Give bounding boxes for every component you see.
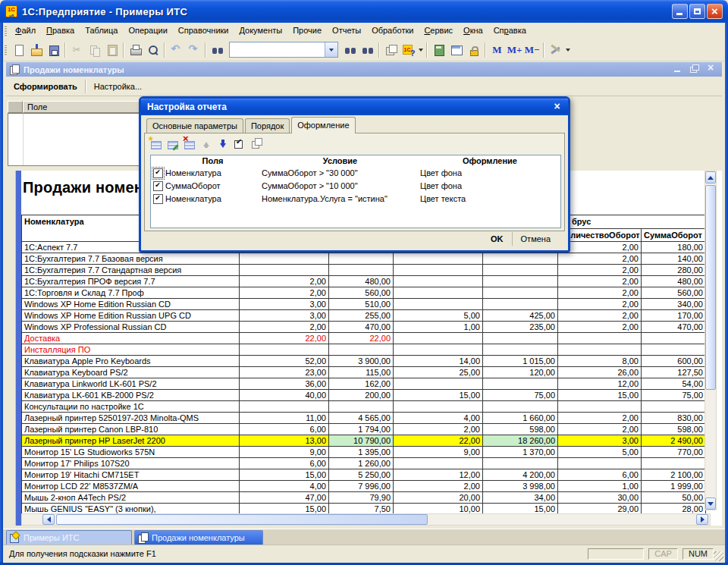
minimize-button[interactable] [672, 4, 688, 19]
paste-button[interactable] [103, 42, 121, 58]
cell-value[interactable]: 11,00 [240, 413, 329, 424]
cell-value[interactable] [558, 344, 642, 356]
table-row[interactable]: Доставка22,0022,00 [22, 333, 706, 344]
grid-cell-checkbox[interactable]: ✔ [151, 192, 165, 205]
help-1c-button[interactable] [400, 42, 417, 58]
cell-value[interactable]: 170,00 [642, 310, 706, 322]
menu-item-Справка[interactable]: Справка [488, 24, 532, 38]
grid-cell-condition[interactable]: СуммаОборот > "10 000" [261, 179, 419, 192]
cell-value[interactable] [240, 344, 329, 356]
cell-value[interactable]: 15,00 [394, 390, 483, 401]
cell-value[interactable] [483, 401, 558, 413]
cell-value[interactable] [329, 344, 394, 356]
cell-value[interactable]: 3 998,00 [483, 481, 558, 492]
save-button[interactable] [45, 42, 62, 58]
tools-button[interactable] [547, 42, 564, 58]
cell-value[interactable] [483, 253, 558, 265]
cell-value[interactable]: 2 100,00 [642, 469, 706, 481]
cell-value[interactable]: 3,00 [240, 310, 329, 322]
cell-nomenclature[interactable]: Клавиатура LK-601 KB-2000 PS/2 [22, 390, 240, 401]
grid-row[interactable]: ✔СуммаОборотСуммаОборот > "10 000"Цвет ф… [151, 179, 560, 192]
window-tab-Примеры ИТС[interactable]: Примеры ИТС [6, 530, 132, 545]
cell-value[interactable] [483, 378, 558, 390]
grid-cell-field[interactable]: СуммаОборот [165, 179, 261, 192]
cell-value[interactable]: 34,00 [483, 492, 558, 504]
menu-item-Таблица[interactable]: Таблица [80, 24, 123, 38]
cell-value[interactable]: 10 790,00 [329, 435, 394, 447]
cell-value[interactable] [483, 344, 558, 356]
cell-value[interactable]: 235,00 [483, 322, 558, 333]
cell-value[interactable]: 830,00 [642, 413, 706, 424]
cell-value[interactable] [483, 333, 558, 344]
cell-nomenclature[interactable]: Консультации по настройке 1С [22, 401, 240, 413]
cell-value[interactable]: 1,00 [394, 322, 483, 333]
maximize-button[interactable] [689, 4, 705, 19]
cell-nomenclature[interactable]: Доставка [22, 333, 240, 344]
cell-nomenclature[interactable]: Windows XP Home Edition Russian CD [22, 299, 240, 310]
cell-value[interactable]: 6,00 [240, 424, 329, 435]
cell-value[interactable] [394, 401, 483, 413]
child-close-button[interactable] [705, 64, 717, 74]
grid-column-header[interactable]: Оформление [419, 155, 560, 166]
cell-value[interactable]: 54,00 [642, 378, 706, 390]
toolbar-grip[interactable] [5, 44, 7, 56]
cell-value[interactable]: 2,00 [558, 424, 642, 435]
cell-value[interactable]: 9,00 [394, 447, 483, 458]
cell-value[interactable]: 36,00 [240, 378, 329, 390]
calculator-button[interactable] [430, 42, 447, 58]
cell-value[interactable]: 2,00 [558, 253, 642, 265]
table-row[interactable]: 1С:Бухгалтерия 7.7 Стандартная версия2,0… [22, 265, 706, 276]
table-row[interactable]: Клавиатура LK-601 KB-2000 PS/240,00200,0… [22, 390, 706, 401]
column-group-header[interactable]: брус [558, 215, 706, 229]
find-next-button[interactable] [341, 42, 359, 58]
cell-value[interactable]: 470,00 [329, 322, 394, 333]
cell-nomenclature[interactable]: Лазерный принтер HP LaserJet 2200 [22, 435, 240, 447]
cell-value[interactable]: 598,00 [642, 424, 706, 435]
cell-value[interactable]: 7 996,00 [329, 481, 394, 492]
row-checkbox[interactable]: ✔ [153, 168, 163, 178]
undo-button[interactable] [168, 42, 185, 58]
table-row[interactable]: Монитор 19' Hitachi CM715ET15,005 250,00… [22, 469, 706, 481]
child-minimize-button[interactable] [672, 64, 684, 74]
cell-value[interactable]: 140,00 [642, 253, 706, 265]
cell-nomenclature[interactable]: Клавиатура Apple Pro Keyboards [22, 356, 240, 367]
cell-value[interactable]: 4 200,00 [483, 469, 558, 481]
cell-value[interactable]: 470,00 [642, 322, 706, 333]
close-button[interactable] [707, 4, 723, 19]
column-header-sum[interactable]: СуммаОборот [642, 229, 706, 242]
cell-nomenclature[interactable]: Монитор LCD 22' M8537ZM/A [22, 481, 240, 492]
cell-value[interactable] [642, 344, 706, 356]
calendar-button[interactable] [447, 42, 465, 58]
menu-item-Операции[interactable]: Операции [123, 24, 172, 38]
cell-nomenclature[interactable]: Клавиатура Linkworld LK-601 PS/2 [22, 378, 240, 390]
grid-row[interactable]: ✔НоменклатураНоменклатура.Услуга = "исти… [151, 192, 560, 205]
combobox-dropdown-icon[interactable] [325, 42, 337, 57]
cell-value[interactable]: 2,00 [558, 299, 642, 310]
cell-value[interactable]: 75,00 [483, 390, 558, 401]
menu-item-Документы[interactable]: Документы [234, 24, 287, 38]
cell-value[interactable]: 26,00 [558, 367, 642, 378]
grid-cell-field[interactable]: Номенклатура [165, 166, 261, 179]
cell-value[interactable]: 1 015,00 [483, 356, 558, 367]
dialog-titlebar[interactable]: Настройка отчета × [141, 99, 568, 115]
cell-nomenclature[interactable]: 1С:Бухгалтерия ПРОФ версия 7.7 [22, 276, 240, 287]
cell-value[interactable]: 3,00 [240, 299, 329, 310]
cell-value[interactable] [483, 276, 558, 287]
horizontal-scroll-thumb[interactable] [56, 514, 428, 525]
cell-value[interactable]: 180,00 [642, 242, 706, 253]
menu-item-Правка[interactable]: Правка [41, 24, 80, 38]
cell-value[interactable] [642, 401, 706, 413]
table-row[interactable]: 1С:Бухгалтерия ПРОФ версия 7.72,00480,00… [22, 276, 706, 287]
cell-value[interactable]: 600,00 [642, 356, 706, 367]
cell-value[interactable] [394, 458, 483, 469]
cell-value[interactable]: 25,00 [394, 367, 483, 378]
table-row[interactable]: 1С:Торговля и Склад 7.7 Проф2,00560,002,… [22, 287, 706, 299]
find-button[interactable] [209, 42, 226, 58]
menu-item-Окна[interactable]: Окна [458, 24, 488, 38]
cell-value[interactable] [394, 276, 483, 287]
grid-row[interactable]: ✔НоменклатураСуммаОборот > "30 000"Цвет … [151, 166, 560, 179]
cell-value[interactable]: 2,00 [394, 481, 483, 492]
menu-item-Прочие[interactable]: Прочие [287, 24, 327, 38]
cell-value[interactable]: 18 260,00 [483, 435, 558, 447]
column-header-qty[interactable]: КоличествоОборот [558, 229, 642, 242]
